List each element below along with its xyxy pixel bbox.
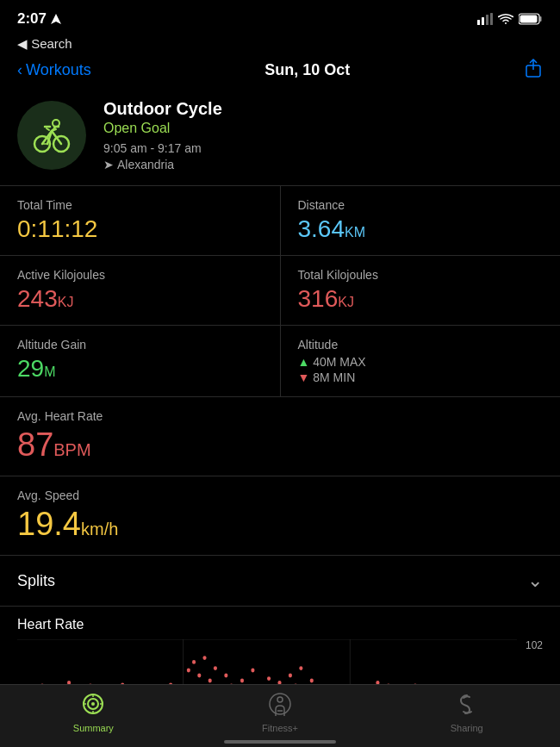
stats-row-1: Total Time 0:11:12 Distance 3.64KM [0,186,560,256]
tab-summary-label: Summary [73,723,114,733]
splits-section[interactable]: Splits ⌄ [0,556,560,607]
summary-icon [81,692,105,719]
svg-point-66 [240,679,244,683]
altitude-label: Altitude [298,338,544,352]
altitude-cell: Altitude ▲ 40M MAX ▼ 8M MIN [281,326,561,396]
signal-icon [477,13,493,25]
alt-gain-cell: Altitude Gain 29M [0,326,281,396]
heart-rate-value: 87 [17,426,53,463]
workout-header: Outdoor Cycle Open Goal 9:05 am - 9:17 a… [0,92,560,186]
cycling-icon [30,114,73,157]
svg-point-79 [310,679,314,683]
svg-rect-4 [490,13,493,25]
alt-gain-label: Altitude Gain [17,338,263,352]
total-kj-value: 316KJ [298,285,544,313]
svg-point-115 [91,702,95,706]
alt-max-label: ▲ 40M MAX [298,355,544,369]
active-kj-cell: Active Kilojoules 243KJ [0,256,281,325]
tab-sharing-label: Sharing [451,723,483,733]
search-back[interactable]: ◀ Search [0,34,560,55]
svg-marker-0 [51,14,61,24]
workout-info: Outdoor Cycle Open Goal 9:05 am - 9:17 a… [103,99,543,171]
svg-point-68 [251,669,254,673]
chevron-down-icon: ⌄ [527,570,543,592]
speed-label: Avg. Speed [17,489,543,502]
splits-label: Splits [17,572,55,590]
share-icon [524,59,543,78]
wifi-icon [498,13,513,25]
total-kj-cell: Total Kilojoules 316KJ [281,256,561,325]
share-button[interactable] [524,59,543,82]
total-time-value: 0:11:12 [17,215,263,243]
svg-point-71 [267,676,271,681]
svg-rect-1 [477,20,480,25]
nav-title: Sun, 10 Oct [264,61,350,79]
workout-type: Outdoor Cycle [103,99,543,119]
active-kj-value: 243KJ [17,285,263,313]
svg-point-121 [277,697,283,702]
tab-fitness-label: Fitness+ [262,723,298,733]
heart-rate-label: Avg. Heart Rate [17,409,543,423]
workout-time-range: 9:05 am - 9:17 am [103,141,543,155]
svg-rect-6 [540,16,542,22]
speed-value: 19.4 [17,506,81,542]
stats-row-2: Active Kilojoules 243KJ Total Kilojoules… [0,256,560,326]
nav-bar: ‹ Workouts Sun, 10 Oct [0,55,560,92]
svg-point-60 [208,679,212,683]
sharing-icon [455,692,479,719]
heart-rate-chart-title: Heart Rate [17,617,543,632]
heart-rate-unit: BPM [53,440,90,459]
svg-line-18 [47,128,49,130]
svg-rect-2 [482,17,484,25]
home-indicator [224,740,336,744]
svg-point-57 [192,660,196,664]
fitness-icon [268,692,292,719]
location-icon [50,13,62,25]
battery-icon [519,13,543,25]
workout-location: ➤ Alexandria [103,158,543,171]
tab-bar: Summary Fitness+ Sharing [0,684,560,747]
total-time-label: Total Time [17,198,263,212]
tab-sharing[interactable]: Sharing [373,692,560,733]
distance-cell: Distance 3.64KM [281,186,561,255]
svg-point-77 [299,666,302,670]
svg-rect-7 [520,16,538,23]
tab-summary[interactable]: Summary [0,692,187,733]
speed-unit: km/h [81,520,118,538]
stats-row-3: Altitude Gain 29M Altitude ▲ 40M MAX ▼ 8… [0,326,560,397]
status-time: 2:07 [17,10,62,28]
svg-point-59 [202,656,206,660]
speed-stat: Avg. Speed 19.4km/h [0,476,560,556]
distance-label: Distance [298,198,544,212]
status-icons [477,13,543,25]
alt-min-label: ▼ 8M MIN [298,370,544,384]
svg-point-58 [197,674,201,678]
svg-point-63 [224,674,227,678]
back-button[interactable]: ‹ Workouts [17,61,91,79]
heart-rate-stat: Avg. Heart Rate 87BPM [0,397,560,476]
svg-point-61 [214,666,217,670]
svg-point-75 [289,674,292,678]
total-time-cell: Total Time 0:11:12 [0,186,281,255]
workout-goal: Open Goal [103,121,543,136]
alt-gain-value: 29M [17,355,263,383]
distance-value: 3.64KM [298,215,544,243]
total-kj-label: Total Kilojoules [298,268,544,282]
chart-max-label: 102 [526,639,543,651]
workout-icon [17,101,86,170]
tab-fitness[interactable]: Fitness+ [187,692,374,733]
svg-point-56 [187,669,190,673]
svg-rect-3 [486,15,488,25]
status-bar: 2:07 [0,0,560,34]
active-kj-label: Active Kilojoules [17,268,263,282]
